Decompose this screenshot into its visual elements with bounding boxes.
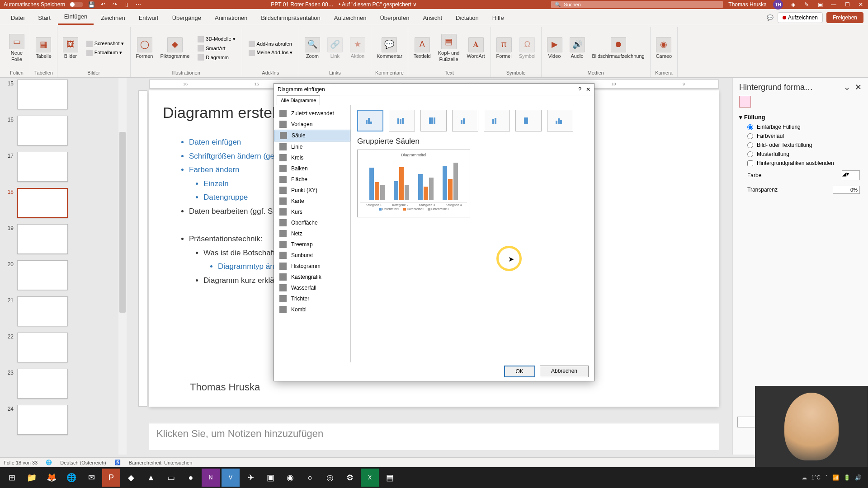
audio-button[interactable]: 🔊Audio <box>568 35 587 61</box>
excel-icon[interactable]: X <box>361 469 379 487</box>
textbox-button[interactable]: ATextfeld <box>412 35 433 61</box>
lang-icon[interactable]: 🌐 <box>46 460 52 465</box>
cat-area[interactable]: Fläche <box>274 174 350 185</box>
thumbnail-scrollbar[interactable] <box>118 78 127 455</box>
thumb-18[interactable] <box>17 188 68 218</box>
slideshow-icon[interactable]: ▯ <box>123 1 130 8</box>
cat-templates[interactable]: Vorlagen <box>274 119 350 130</box>
tab-start[interactable]: Start <box>32 11 57 25</box>
search-box[interactable]: 🔍 Suchen <box>551 1 723 8</box>
subtype-3d-stacked100[interactable] <box>515 110 542 131</box>
dialog-tab-all[interactable]: Alle Diagramme <box>277 95 320 105</box>
tab-uebergaenge[interactable]: Übergänge <box>166 11 208 25</box>
fill-section-header[interactable]: ▾ Füllung <box>739 112 862 122</box>
hide-bg-checkbox[interactable] <box>747 160 753 166</box>
volume-icon[interactable]: 🔊 <box>855 474 862 481</box>
subtype-3d-column[interactable] <box>547 110 573 131</box>
onenote-icon[interactable]: N <box>202 469 220 487</box>
cat-map[interactable]: Karte <box>274 196 350 206</box>
app4-icon[interactable]: V <box>222 469 240 487</box>
app-icon[interactable]: ◆ <box>122 469 140 487</box>
cat-funnel[interactable]: Trichter <box>274 293 350 304</box>
temperature[interactable]: 1°C <box>811 474 821 481</box>
comment-button[interactable]: 💬Kommentar <box>375 35 404 61</box>
screenshot-button[interactable]: Screenshot ▾ <box>84 40 127 48</box>
link-button[interactable]: 🔗Link <box>326 35 344 61</box>
chart-button[interactable]: Diagramm <box>195 53 238 61</box>
cat-bar[interactable]: Balken <box>274 163 350 174</box>
ok-button[interactable]: OK <box>504 366 535 377</box>
redo-icon[interactable]: ↷ <box>111 1 118 8</box>
table-button[interactable]: ▦Tabelle <box>34 35 53 61</box>
slide-thumbnails[interactable]: 15 16 17 18 19 20 21 22 23 24 <box>0 78 127 455</box>
settings-icon[interactable]: ⚙ <box>341 469 359 487</box>
maximize-icon[interactable]: ☐ <box>844 1 851 8</box>
collapse-icon[interactable]: ⌄ <box>844 82 850 92</box>
slide-count[interactable]: Folie 18 von 33 <box>4 460 38 465</box>
cancel-button[interactable]: Abbrechen <box>540 366 589 377</box>
video-button[interactable]: ▶Video <box>545 35 564 61</box>
action-button[interactable]: ★Aktion <box>348 35 367 61</box>
tab-ueberpruefen[interactable]: Überprüfen <box>373 11 415 25</box>
cat-recent[interactable]: Zuletzt verwendet <box>274 108 350 119</box>
share-button[interactable]: Freigeben <box>826 12 863 23</box>
powerpoint-icon[interactable]: P <box>102 469 120 487</box>
app9-icon[interactable]: ▤ <box>381 469 399 487</box>
accessibility-icon[interactable]: ♿ <box>114 460 121 465</box>
slide-body[interactable]: Daten einfügen Schriftgrößen ändern (ge … <box>176 136 288 288</box>
language-status[interactable]: Deutsch (Österreich) <box>60 460 106 465</box>
cat-pie[interactable]: Kreis <box>274 152 350 163</box>
thumb-20[interactable] <box>17 260 68 290</box>
cat-column[interactable]: Säule <box>274 130 350 141</box>
cat-xy[interactable]: Punkt (XY) <box>274 185 350 196</box>
tab-praesentation[interactable]: Bildschirmpräsentation <box>255 11 327 25</box>
gradient-fill-radio[interactable] <box>747 133 753 139</box>
equation-button[interactable]: πFormel <box>495 35 514 61</box>
cameo-button[interactable]: ◉Cameo <box>654 35 674 61</box>
tab-entwurf[interactable]: Entwurf <box>132 11 165 25</box>
cat-radar[interactable]: Netz <box>274 228 350 239</box>
thumb-22[interactable] <box>17 333 68 362</box>
thumb-21[interactable] <box>17 296 68 326</box>
explorer-icon[interactable]: 📁 <box>23 469 41 487</box>
app6-icon[interactable]: ◉ <box>281 469 299 487</box>
wordart-button[interactable]: 𝐀WordArt <box>465 35 486 61</box>
tab-aufzeichnen[interactable]: Aufzeichnen <box>328 11 373 25</box>
cat-stock[interactable]: Kurs <box>274 206 350 217</box>
weather-icon[interactable]: ☁ <box>802 474 807 481</box>
subtype-stacked[interactable] <box>389 110 415 131</box>
thumb-19[interactable] <box>17 224 68 254</box>
tray-chevron-icon[interactable]: ˄ <box>825 474 828 481</box>
subtype-3d-clustered[interactable] <box>452 110 478 131</box>
app7-icon[interactable]: ○ <box>301 469 319 487</box>
picture-fill-radio[interactable] <box>747 142 753 148</box>
photoalbum-button[interactable]: Fotoalbum ▾ <box>84 49 127 57</box>
chart-preview[interactable]: Diagrammtitel Kategorie 1 Kategorie 2 Ka… <box>357 150 470 217</box>
close-icon[interactable]: ✕ <box>857 1 864 8</box>
cat-boxwhisker[interactable]: Kastengrafik <box>274 272 350 282</box>
accessibility-status[interactable]: Barrierefreiheit: Untersuchen <box>129 460 193 465</box>
pattern-fill-radio[interactable] <box>747 151 753 157</box>
battery-icon[interactable]: 🔋 <box>844 474 850 481</box>
minimize-icon[interactable]: — <box>830 1 837 8</box>
close-pane-icon[interactable]: ✕ <box>855 82 862 92</box>
notes-pane[interactable]: Klicken Sie, um Notizen hinzuzufügen <box>149 423 719 450</box>
save-icon[interactable]: 💾 <box>88 1 95 8</box>
thumb-16[interactable] <box>17 116 68 145</box>
chrome-icon[interactable]: 🌐 <box>62 469 80 487</box>
header-footer-button[interactable]: ▤Kopf- und Fußzeile <box>436 32 462 64</box>
app2-icon[interactable]: ▭ <box>162 469 180 487</box>
tab-ansicht[interactable]: Ansicht <box>416 11 448 25</box>
wifi-icon[interactable]: 📶 <box>832 474 839 481</box>
telegram-icon[interactable]: ✈ <box>241 469 259 487</box>
smartart-button[interactable]: SmartArt <box>195 44 238 52</box>
fill-bucket-icon[interactable] <box>739 96 751 108</box>
tab-zeichnen[interactable]: Zeichnen <box>94 11 131 25</box>
models3d-button[interactable]: 3D-Modelle ▾ <box>195 35 238 43</box>
new-slide-button[interactable]: ▭Neue Folie <box>7 32 26 64</box>
thumb-24[interactable] <box>17 405 68 435</box>
app3-icon[interactable]: ● <box>182 469 200 487</box>
start-button[interactable]: ⊞ <box>3 469 21 487</box>
tab-datei[interactable]: Datei <box>5 11 31 25</box>
shapes-button[interactable]: ◯Formen <box>134 35 155 61</box>
